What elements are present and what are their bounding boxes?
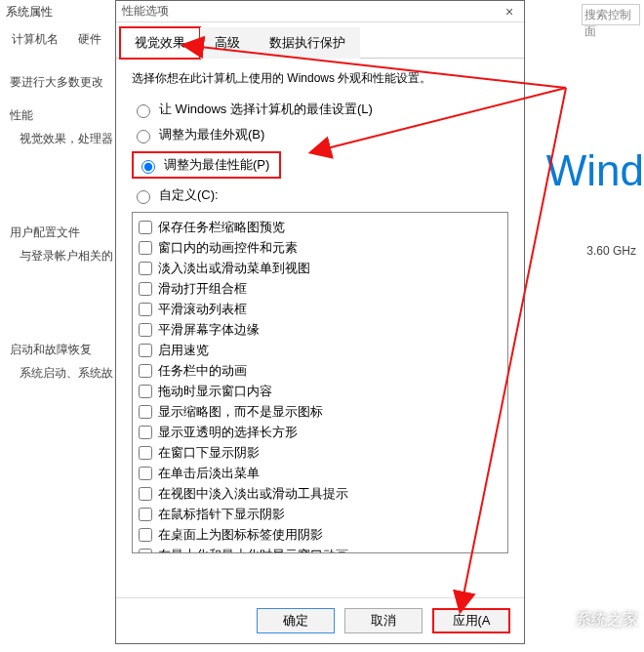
bg-sub-user-profile: 与登录帐户相关的 bbox=[20, 248, 113, 265]
radio-label-best-look: 调整为最佳外观(B) bbox=[159, 126, 264, 143]
watermark-text: 系统之家 bbox=[576, 610, 638, 631]
radio-let-windows-choose[interactable]: 让 Windows 选择计算机的最佳设置(L) bbox=[132, 101, 508, 118]
bg-section-performance: 性能 bbox=[10, 107, 33, 124]
check-option[interactable]: 在单击后淡出菜单 bbox=[139, 463, 502, 483]
check-option[interactable]: 拖动时显示窗口内容 bbox=[139, 381, 502, 401]
check-label: 平滑屏幕字体边缘 bbox=[158, 320, 260, 339]
bg-tab-hardware[interactable]: 硬件 bbox=[72, 27, 107, 52]
check-input[interactable] bbox=[139, 446, 152, 460]
check-input[interactable] bbox=[139, 323, 152, 337]
radio-label-best-perf: 调整为最佳性能(P) bbox=[164, 156, 269, 174]
check-input[interactable] bbox=[139, 508, 152, 521]
windows-brand-truncated: Wind bbox=[546, 146, 644, 195]
apply-button[interactable]: 应用(A bbox=[432, 608, 510, 633]
check-option[interactable]: 在窗口下显示阴影 bbox=[139, 442, 502, 463]
dialog-title-text: 性能选项 bbox=[122, 3, 169, 20]
bg-sub-performance: 视觉效果，处理器 bbox=[20, 131, 113, 147]
dialog-body: 选择你想在此计算机上使用的 Windows 外观和性能设置。 让 Windows… bbox=[116, 59, 524, 597]
check-option[interactable]: 在最大化和最小化时显示窗口动画 bbox=[139, 545, 502, 553]
check-input[interactable] bbox=[139, 303, 152, 316]
cancel-button[interactable]: 取消 bbox=[344, 608, 423, 633]
bg-text-changes: 要进行大多数更改 bbox=[10, 74, 103, 91]
dialog-tabs: 视觉效果 高级 数据执行保护 bbox=[116, 22, 524, 59]
check-input[interactable] bbox=[139, 487, 152, 501]
radio-label-auto: 让 Windows 选择计算机的最佳设置(L) bbox=[159, 101, 373, 118]
check-option[interactable]: 淡入淡出或滑动菜单到视图 bbox=[139, 258, 502, 278]
check-input[interactable] bbox=[139, 364, 152, 378]
check-label: 任务栏中的动画 bbox=[158, 361, 247, 380]
check-input[interactable] bbox=[139, 262, 152, 275]
check-option[interactable]: 窗口内的动画控件和元素 bbox=[139, 237, 502, 258]
search-control-panel[interactable]: 搜索控制面 bbox=[582, 4, 640, 25]
check-input[interactable] bbox=[139, 385, 152, 398]
radio-input-best-perf[interactable] bbox=[141, 160, 155, 174]
radio-input-custom[interactable] bbox=[137, 190, 150, 204]
check-label: 保存任务栏缩略图预览 bbox=[158, 218, 285, 236]
svg-point-3 bbox=[544, 607, 570, 632]
radio-best-performance[interactable]: 调整为最佳性能(P) bbox=[132, 151, 508, 179]
check-label: 在鼠标指针下显示阴影 bbox=[158, 505, 285, 523]
watermark: 系统之家 bbox=[543, 605, 638, 634]
check-input[interactable] bbox=[139, 221, 152, 234]
check-input[interactable] bbox=[139, 528, 152, 542]
bg-section-startup: 启动和故障恢复 bbox=[10, 342, 92, 358]
radio-input-auto[interactable] bbox=[137, 104, 150, 118]
check-input[interactable] bbox=[139, 426, 152, 439]
check-option[interactable]: 平滑屏幕字体边缘 bbox=[139, 319, 502, 340]
check-label: 平滑滚动列表框 bbox=[158, 300, 247, 318]
check-option[interactable]: 滑动打开组合框 bbox=[139, 278, 502, 299]
check-label: 拖动时显示窗口内容 bbox=[158, 382, 272, 400]
check-option[interactable]: 任务栏中的动画 bbox=[139, 360, 502, 381]
bg-cpu-freq: 3.60 GHz bbox=[586, 244, 636, 258]
check-label: 窗口内的动画控件和元素 bbox=[158, 238, 298, 257]
visual-effects-checklist[interactable]: 保存任务栏缩略图预览窗口内的动画控件和元素淡入淡出或滑动菜单到视图滑动打开组合框… bbox=[132, 212, 508, 553]
bg-tab-computer-name[interactable]: 计算机名 bbox=[6, 27, 64, 52]
check-input[interactable] bbox=[139, 405, 152, 419]
check-input[interactable] bbox=[139, 467, 152, 480]
check-input[interactable] bbox=[139, 549, 152, 554]
radio-best-appearance[interactable]: 调整为最佳外观(B) bbox=[132, 126, 508, 143]
check-option[interactable]: 启用速览 bbox=[139, 340, 502, 360]
check-option[interactable]: 显示缩略图，而不是显示图标 bbox=[139, 401, 502, 422]
check-label: 淡入淡出或滑动菜单到视图 bbox=[158, 259, 310, 277]
check-label: 在视图中淡入淡出或滑动工具提示 bbox=[158, 484, 348, 503]
dialog-description: 选择你想在此计算机上使用的 Windows 外观和性能设置。 bbox=[132, 70, 508, 87]
radio-label-custom: 自定义(C): bbox=[159, 186, 219, 204]
check-input[interactable] bbox=[139, 344, 152, 357]
check-label: 在桌面上为图标标签使用阴影 bbox=[158, 525, 323, 544]
check-option[interactable]: 显示亚透明的选择长方形 bbox=[139, 422, 502, 442]
check-label: 在单击后淡出菜单 bbox=[158, 464, 260, 482]
check-label: 显示亚透明的选择长方形 bbox=[158, 423, 298, 441]
check-input[interactable] bbox=[139, 282, 152, 296]
check-option[interactable]: 在鼠标指针下显示阴影 bbox=[139, 504, 502, 524]
check-option[interactable]: 保存任务栏缩略图预览 bbox=[139, 217, 502, 237]
tab-advanced[interactable]: 高级 bbox=[200, 27, 255, 59]
ok-button[interactable]: 确定 bbox=[257, 608, 335, 633]
check-label: 在最大化和最小化时显示窗口动画 bbox=[158, 546, 348, 553]
close-icon[interactable]: × bbox=[501, 5, 518, 19]
watermark-logo-icon bbox=[543, 605, 572, 634]
check-label: 在窗口下显示阴影 bbox=[158, 443, 260, 462]
performance-options-dialog: 性能选项 × 视觉效果 高级 数据执行保护 选择你想在此计算机上使用的 Wind… bbox=[115, 0, 525, 644]
dialog-button-bar: 确定 取消 应用(A bbox=[116, 597, 524, 643]
check-option[interactable]: 平滑滚动列表框 bbox=[139, 299, 502, 319]
bg-sub-startup: 系统启动、系统故 bbox=[20, 365, 113, 382]
radio-custom[interactable]: 自定义(C): bbox=[132, 186, 508, 204]
tab-dep[interactable]: 数据执行保护 bbox=[255, 27, 360, 59]
check-label: 显示缩略图，而不是显示图标 bbox=[158, 402, 323, 421]
check-input[interactable] bbox=[139, 241, 152, 255]
check-option[interactable]: 在视图中淡入淡出或滑动工具提示 bbox=[139, 483, 502, 504]
check-option[interactable]: 在桌面上为图标标签使用阴影 bbox=[139, 524, 502, 545]
check-label: 滑动打开组合框 bbox=[158, 279, 247, 298]
radio-input-best-look[interactable] bbox=[137, 130, 150, 143]
bg-section-user-profile: 用户配置文件 bbox=[10, 224, 80, 241]
check-label: 启用速览 bbox=[158, 341, 209, 359]
dialog-titlebar: 性能选项 × bbox=[116, 1, 524, 22]
tab-visual-effects[interactable]: 视觉效果 bbox=[120, 27, 200, 59]
